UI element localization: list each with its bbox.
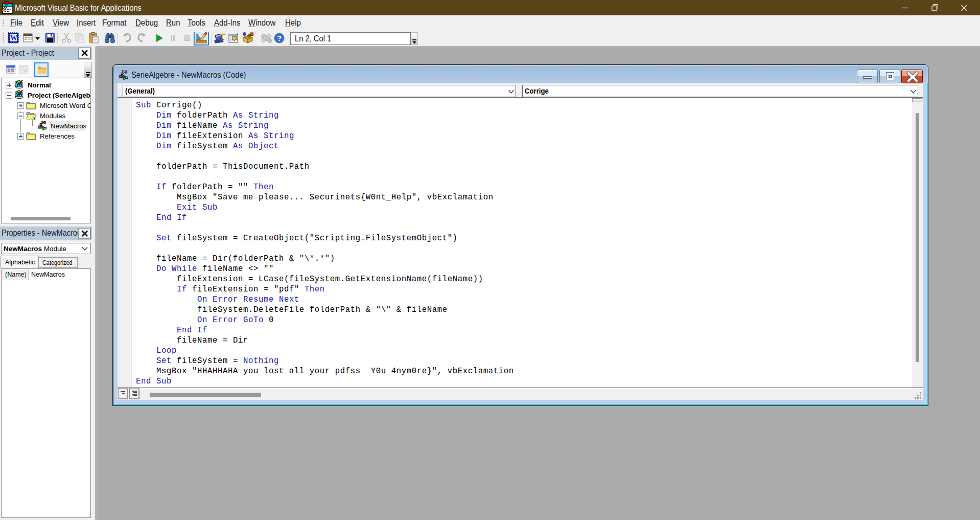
svg-text:?: ? xyxy=(277,34,282,42)
svg-text:W: W xyxy=(10,34,17,42)
